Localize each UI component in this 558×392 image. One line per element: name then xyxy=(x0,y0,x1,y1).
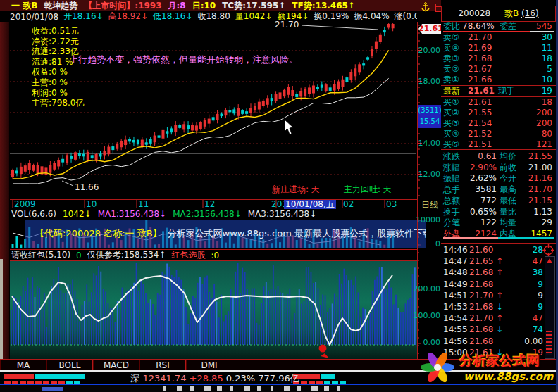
ask-row[interactable]: 卖①21.6610 xyxy=(443,75,554,85)
index-change: +28.85 xyxy=(190,373,223,384)
price-axis-label: 14.00 xyxy=(418,139,441,148)
stock-dash: 一 xyxy=(493,8,502,18)
indicator-header-item: 0 xyxy=(76,251,82,260)
volume-header-item: MA2:3156.438↓ xyxy=(173,209,242,219)
title-item: 乾坤趋势 xyxy=(44,0,78,11)
weibi-row: 委比 78.64% 委差 545 xyxy=(443,21,554,32)
volume-header-item: VOL(6,6,6) xyxy=(11,209,56,219)
title-item: TF势:13.465↑ xyxy=(292,0,355,11)
volume-header-item: 1042↓ xyxy=(63,209,92,219)
stat-row: 总额772最低21.15 xyxy=(443,195,554,206)
time-axis-label: 10 xyxy=(86,200,97,209)
tick-row: 14:5421.70↑47 xyxy=(443,312,543,324)
tick-row: 14:4821.68↑38 xyxy=(443,267,543,278)
price-axis-label: 18.00 xyxy=(418,77,441,86)
stat-row: 涨跌0.61均价21.55 xyxy=(443,151,554,162)
title-bar: 一 致B乾坤趋势【上市时间】:1993月:8日:10TC势:17.595↑TF势… xyxy=(0,0,452,11)
time-axis-highlight: 10/01/08,五 xyxy=(284,200,336,209)
ask-row[interactable]: 卖⑤21.7030 xyxy=(443,32,554,43)
bid-row[interactable]: 买①21.6118 xyxy=(443,97,554,108)
quote-item: 涨(0.00)0.00% xyxy=(395,11,417,22)
period-label[interactable]: 日线 xyxy=(421,199,438,211)
text-fragment xyxy=(324,386,329,391)
tick-row: 14:5321.68↓9 xyxy=(443,301,543,312)
text-fragment xyxy=(230,386,233,391)
ask-row[interactable]: 卖②21.675 xyxy=(443,64,554,75)
tick-row: 14:4621.6028 xyxy=(443,244,543,255)
trend-advice-message: 上行趋势不变，强势依然，但量能开始转弱，注意风险。 xyxy=(69,53,298,66)
tab-boll[interactable]: BOLL xyxy=(46,360,93,371)
text-fragment xyxy=(337,386,340,391)
time-axis-label: 12 xyxy=(204,200,215,209)
crosshair-vertical-line xyxy=(287,22,287,359)
tab-ma[interactable]: MA xyxy=(0,360,46,371)
stock-header[interactable]: 200028 一 致B (16) xyxy=(441,6,556,22)
volume-header-item: MA1:3156.438↓ xyxy=(98,209,167,219)
time-axis-label: 02 xyxy=(343,200,354,209)
tick-row: 14:5121.70↑9 xyxy=(443,290,543,301)
indicator-header-item: 仅供参考:158.534↑ xyxy=(87,250,166,260)
scroll-up-arrow[interactable] xyxy=(547,258,552,263)
quote-item: 2010/01/08 xyxy=(10,12,58,22)
low-annotation: 11.66 xyxy=(75,182,99,192)
text-fragment xyxy=(311,386,318,391)
fundamental-info-item: 权益:0 % xyxy=(32,67,84,77)
stat-row: 涨幅2.90%前收21.00 xyxy=(443,162,554,173)
title-item: 月:8 xyxy=(168,0,186,11)
quote-item: 换0.19% xyxy=(314,11,349,22)
indicator-header-item: 红包选股 xyxy=(171,250,205,260)
tab-dmi[interactable]: DMI xyxy=(186,360,232,371)
sub-axis-label: 200.00 xyxy=(414,284,441,293)
text-fragment xyxy=(257,386,261,391)
ad-banner: 【代码:200028 名称:一 致B】 分析家公式网www.88gs.com 最… xyxy=(25,220,426,248)
quote-panel: 200028 一 致B (16) 委比 78.64% 委差 545 卖⑤21.7… xyxy=(441,0,557,359)
indicator-header-item: 请收红包(5,10) xyxy=(11,250,70,260)
cursor-value-tag: (3511) 15.54 xyxy=(418,105,442,128)
anchor-icon[interactable] xyxy=(420,2,431,13)
tick-row: 14:5521.68↓74 xyxy=(443,324,543,335)
volume-header: VOL(6,6,6)1042↓MA1:3156.438↓MA2:3156.438… xyxy=(11,209,417,219)
locate-icon[interactable] xyxy=(542,244,554,256)
title-item: 【上市时间】:1993 xyxy=(84,0,161,11)
tab-rsi[interactable]: RSI xyxy=(140,360,186,371)
indicator-pane[interactable] xyxy=(10,261,417,359)
fundamental-info-item: 主营:0 % xyxy=(32,77,84,88)
index-percent: 0.23% xyxy=(226,373,255,384)
latest-price-row: 最新 21.61 现手 19 xyxy=(443,86,554,96)
time-axis-label: 03 xyxy=(386,200,397,209)
index-amount: 777.96亿 xyxy=(258,373,299,384)
app-window: 一 致B乾坤趋势【上市时间】:1993月:8日:10TC势:17.595↑TF势… xyxy=(0,0,558,392)
meter-block xyxy=(4,374,34,379)
fundamental-info-item: 主营:798.0亿 xyxy=(32,98,84,108)
tick-row: 14:4721.65↑47 xyxy=(443,255,543,267)
text-fragment xyxy=(244,386,250,391)
tab-macd[interactable]: MACD xyxy=(93,360,140,371)
fundamental-info-item: 利润:0 % xyxy=(32,88,84,99)
time-axis-label: 11 xyxy=(138,200,149,209)
indicator-header-item: :0 xyxy=(211,251,219,260)
stock-count: (16) xyxy=(521,8,539,18)
bid-row[interactable]: 买②21.55200 xyxy=(443,108,554,118)
stock-code: 200028 xyxy=(458,8,490,18)
sub-axis-label: 0 xyxy=(435,239,440,248)
stat-row: 振幅2.62%今开21.16 xyxy=(443,172,554,184)
bid-row[interactable]: 买④21.5280 xyxy=(443,129,554,139)
text-fragment xyxy=(190,386,194,391)
bid-row[interactable]: 买⑤21.51121 xyxy=(443,139,554,150)
indicator-header: 请收红包(5,10)0仅供参考:158.534↑红包选股:0 xyxy=(11,250,417,260)
text-fragment xyxy=(163,386,166,391)
quote-info-line: 2010/01/08开18.16↓高18.92↓低18.16↓收18.80量10… xyxy=(10,11,417,22)
volume-header-item: MA3:3156.438↓ xyxy=(248,209,317,219)
zhuli-exit-label: 主力回吐: 天 xyxy=(344,184,392,196)
quote-item: 高18.92↓ xyxy=(108,11,148,22)
time-axis-label: 2009 xyxy=(14,200,36,209)
text-fragment xyxy=(297,386,301,391)
taskbar-fragment xyxy=(42,387,63,391)
ask-row[interactable]: 卖④21.6911 xyxy=(443,43,554,53)
text-fragment xyxy=(177,386,182,391)
candlestick-chart[interactable]: 收益:0.51元净资:2.72元流通:2.33亿流通:81 %权益:0 %主营:… xyxy=(10,22,417,199)
ask-row[interactable]: 卖③21.6818 xyxy=(443,53,554,64)
bid-row[interactable]: 买③21.54200 xyxy=(443,118,554,129)
fundamental-info-item: 收益:0.51元 xyxy=(32,26,84,37)
text-fragment xyxy=(204,386,211,391)
